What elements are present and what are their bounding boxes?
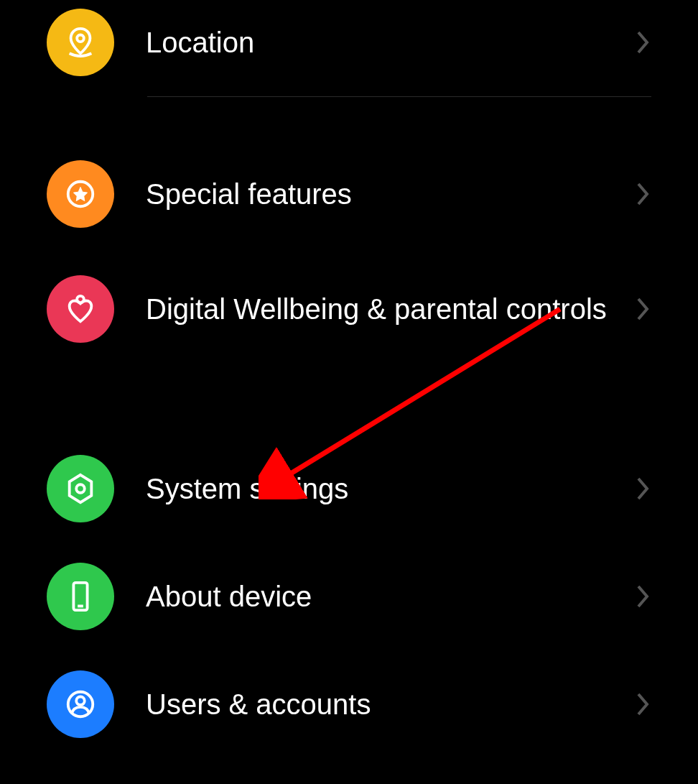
settings-item-about-device[interactable]: About device — [0, 543, 698, 650]
settings-item-label: Special features — [146, 173, 634, 215]
heart-person-icon — [47, 275, 114, 343]
chevron-right-icon — [634, 582, 651, 611]
settings-list: Location Special features Digital Wellbe… — [0, 0, 698, 745]
settings-item-label: Digital Wellbeing & parental controls — [146, 288, 634, 330]
svg-point-0 — [77, 34, 84, 42]
settings-item-digital-wellbeing[interactable]: Digital Wellbeing & parental controls — [0, 248, 698, 370]
settings-item-location[interactable]: Location — [0, 0, 698, 96]
settings-item-users-accounts[interactable]: Users & accounts — [0, 650, 698, 745]
chevron-right-icon — [634, 28, 651, 57]
spacer — [0, 97, 698, 140]
svg-point-7 — [76, 696, 85, 705]
star-circle-icon — [47, 160, 114, 228]
settings-item-label: Location — [146, 22, 634, 63]
hexagon-gear-icon — [47, 455, 114, 522]
settings-item-special-features[interactable]: Special features — [0, 140, 698, 248]
chevron-right-icon — [634, 295, 651, 323]
chevron-right-icon — [634, 690, 651, 719]
spacer — [0, 370, 698, 435]
chevron-right-icon — [634, 180, 651, 208]
settings-item-label: About device — [146, 576, 634, 617]
location-pin-icon — [47, 9, 114, 76]
svg-point-3 — [76, 484, 85, 493]
chevron-right-icon — [634, 474, 651, 503]
user-circle-icon — [47, 670, 114, 738]
settings-item-label: Users & accounts — [146, 683, 634, 725]
phone-icon — [47, 563, 114, 630]
settings-item-label: System settings — [146, 468, 634, 509]
settings-item-system-settings[interactable]: System settings — [0, 435, 698, 543]
